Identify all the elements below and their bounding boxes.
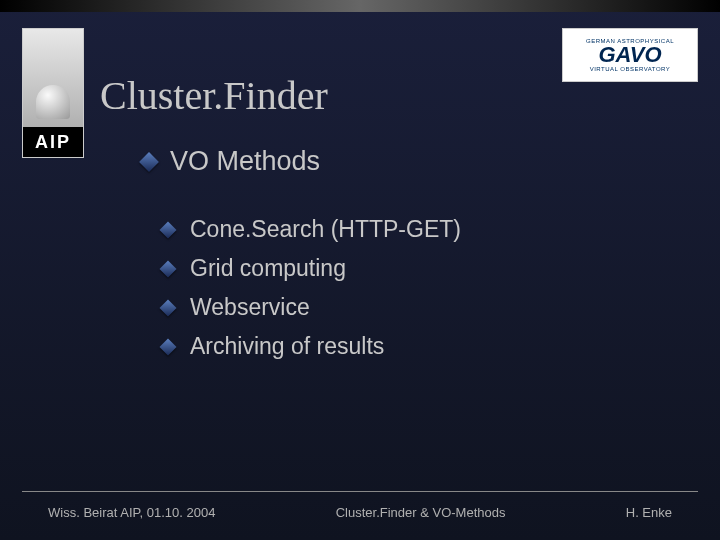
gavo-logo: GERMAN ASTROPHYSICAL GAVO VIRTUAL OBSERV…	[562, 28, 698, 82]
list-item: Cone.Search (HTTP-GET)	[162, 216, 461, 243]
methods-list: Cone.Search (HTTP-GET) Grid computing We…	[162, 216, 461, 360]
footer-left: Wiss. Beirat AIP, 01.10. 2004	[48, 505, 215, 520]
gavo-logo-mid: GAVO	[598, 44, 661, 66]
list-item-text: Webservice	[190, 294, 310, 321]
diamond-bullet-icon	[160, 338, 177, 355]
diamond-bullet-icon	[160, 221, 177, 238]
aip-logo-text: AIP	[23, 127, 83, 157]
section-heading: VO Methods	[170, 146, 320, 177]
telescope-dome-icon	[23, 29, 83, 127]
list-item-text: Archiving of results	[190, 333, 384, 360]
list-item: Archiving of results	[162, 333, 461, 360]
diamond-bullet-icon	[160, 299, 177, 316]
list-item: Webservice	[162, 294, 461, 321]
gavo-logo-bot: VIRTUAL OBSERVATORY	[590, 66, 671, 72]
footer-divider	[22, 491, 698, 492]
footer-center: Cluster.Finder & VO-Methods	[336, 505, 506, 520]
top-gradient-bar	[0, 0, 720, 12]
list-item-text: Cone.Search (HTTP-GET)	[190, 216, 461, 243]
list-item-text: Grid computing	[190, 255, 346, 282]
diamond-bullet-icon	[160, 260, 177, 277]
footer-right: H. Enke	[626, 505, 672, 520]
aip-logo: AIP	[22, 28, 84, 158]
diamond-bullet-icon	[139, 152, 159, 172]
section-heading-row: VO Methods	[142, 146, 320, 177]
slide-title: Cluster.Finder	[100, 72, 328, 119]
footer: Wiss. Beirat AIP, 01.10. 2004 Cluster.Fi…	[0, 505, 720, 520]
list-item: Grid computing	[162, 255, 461, 282]
